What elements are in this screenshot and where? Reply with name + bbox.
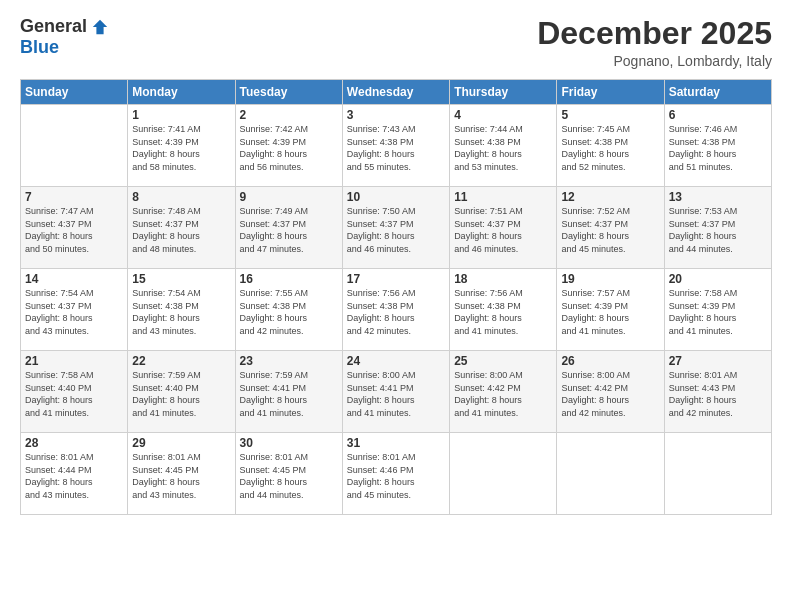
day-info: Sunrise: 7:51 AM Sunset: 4:37 PM Dayligh… bbox=[454, 205, 552, 255]
col-monday: Monday bbox=[128, 80, 235, 105]
col-friday: Friday bbox=[557, 80, 664, 105]
day-number: 4 bbox=[454, 108, 552, 122]
calendar-cell: 25Sunrise: 8:00 AM Sunset: 4:42 PM Dayli… bbox=[450, 351, 557, 433]
logo-general-text: General bbox=[20, 16, 87, 37]
day-number: 22 bbox=[132, 354, 230, 368]
calendar-cell: 15Sunrise: 7:54 AM Sunset: 4:38 PM Dayli… bbox=[128, 269, 235, 351]
calendar-cell: 16Sunrise: 7:55 AM Sunset: 4:38 PM Dayli… bbox=[235, 269, 342, 351]
calendar-cell: 3Sunrise: 7:43 AM Sunset: 4:38 PM Daylig… bbox=[342, 105, 449, 187]
day-number: 3 bbox=[347, 108, 445, 122]
logo-icon bbox=[91, 18, 109, 36]
col-sunday: Sunday bbox=[21, 80, 128, 105]
col-tuesday: Tuesday bbox=[235, 80, 342, 105]
day-info: Sunrise: 8:00 AM Sunset: 4:42 PM Dayligh… bbox=[561, 369, 659, 419]
calendar-cell: 11Sunrise: 7:51 AM Sunset: 4:37 PM Dayli… bbox=[450, 187, 557, 269]
calendar-cell: 29Sunrise: 8:01 AM Sunset: 4:45 PM Dayli… bbox=[128, 433, 235, 515]
day-info: Sunrise: 8:01 AM Sunset: 4:45 PM Dayligh… bbox=[240, 451, 338, 501]
day-number: 15 bbox=[132, 272, 230, 286]
day-info: Sunrise: 7:47 AM Sunset: 4:37 PM Dayligh… bbox=[25, 205, 123, 255]
day-info: Sunrise: 8:00 AM Sunset: 4:41 PM Dayligh… bbox=[347, 369, 445, 419]
location-subtitle: Pognano, Lombardy, Italy bbox=[537, 53, 772, 69]
calendar-cell: 5Sunrise: 7:45 AM Sunset: 4:38 PM Daylig… bbox=[557, 105, 664, 187]
calendar-cell: 12Sunrise: 7:52 AM Sunset: 4:37 PM Dayli… bbox=[557, 187, 664, 269]
day-number: 8 bbox=[132, 190, 230, 204]
week-row-2: 7Sunrise: 7:47 AM Sunset: 4:37 PM Daylig… bbox=[21, 187, 772, 269]
day-info: Sunrise: 7:56 AM Sunset: 4:38 PM Dayligh… bbox=[347, 287, 445, 337]
day-info: Sunrise: 7:46 AM Sunset: 4:38 PM Dayligh… bbox=[669, 123, 767, 173]
day-info: Sunrise: 7:55 AM Sunset: 4:38 PM Dayligh… bbox=[240, 287, 338, 337]
day-number: 28 bbox=[25, 436, 123, 450]
week-row-4: 21Sunrise: 7:58 AM Sunset: 4:40 PM Dayli… bbox=[21, 351, 772, 433]
day-number: 27 bbox=[669, 354, 767, 368]
logo: General Blue bbox=[20, 16, 109, 58]
day-number: 13 bbox=[669, 190, 767, 204]
calendar-cell: 30Sunrise: 8:01 AM Sunset: 4:45 PM Dayli… bbox=[235, 433, 342, 515]
calendar-table: Sunday Monday Tuesday Wednesday Thursday… bbox=[20, 79, 772, 515]
day-number: 26 bbox=[561, 354, 659, 368]
day-info: Sunrise: 7:53 AM Sunset: 4:37 PM Dayligh… bbox=[669, 205, 767, 255]
calendar-cell: 24Sunrise: 8:00 AM Sunset: 4:41 PM Dayli… bbox=[342, 351, 449, 433]
day-number: 24 bbox=[347, 354, 445, 368]
calendar-cell: 6Sunrise: 7:46 AM Sunset: 4:38 PM Daylig… bbox=[664, 105, 771, 187]
day-number: 19 bbox=[561, 272, 659, 286]
calendar-cell: 19Sunrise: 7:57 AM Sunset: 4:39 PM Dayli… bbox=[557, 269, 664, 351]
logo-blue-text: Blue bbox=[20, 37, 59, 58]
calendar-cell: 1Sunrise: 7:41 AM Sunset: 4:39 PM Daylig… bbox=[128, 105, 235, 187]
day-info: Sunrise: 7:54 AM Sunset: 4:37 PM Dayligh… bbox=[25, 287, 123, 337]
day-number: 16 bbox=[240, 272, 338, 286]
day-info: Sunrise: 7:45 AM Sunset: 4:38 PM Dayligh… bbox=[561, 123, 659, 173]
day-info: Sunrise: 7:54 AM Sunset: 4:38 PM Dayligh… bbox=[132, 287, 230, 337]
col-thursday: Thursday bbox=[450, 80, 557, 105]
calendar-cell bbox=[664, 433, 771, 515]
day-number: 2 bbox=[240, 108, 338, 122]
calendar-cell: 8Sunrise: 7:48 AM Sunset: 4:37 PM Daylig… bbox=[128, 187, 235, 269]
calendar-cell: 18Sunrise: 7:56 AM Sunset: 4:38 PM Dayli… bbox=[450, 269, 557, 351]
calendar-cell: 22Sunrise: 7:59 AM Sunset: 4:40 PM Dayli… bbox=[128, 351, 235, 433]
calendar-cell: 14Sunrise: 7:54 AM Sunset: 4:37 PM Dayli… bbox=[21, 269, 128, 351]
calendar-cell: 21Sunrise: 7:58 AM Sunset: 4:40 PM Dayli… bbox=[21, 351, 128, 433]
day-info: Sunrise: 7:43 AM Sunset: 4:38 PM Dayligh… bbox=[347, 123, 445, 173]
day-number: 23 bbox=[240, 354, 338, 368]
calendar-cell: 10Sunrise: 7:50 AM Sunset: 4:37 PM Dayli… bbox=[342, 187, 449, 269]
title-block: December 2025 Pognano, Lombardy, Italy bbox=[537, 16, 772, 69]
day-info: Sunrise: 7:58 AM Sunset: 4:39 PM Dayligh… bbox=[669, 287, 767, 337]
calendar-cell bbox=[557, 433, 664, 515]
calendar-cell bbox=[21, 105, 128, 187]
day-number: 31 bbox=[347, 436, 445, 450]
week-row-3: 14Sunrise: 7:54 AM Sunset: 4:37 PM Dayli… bbox=[21, 269, 772, 351]
calendar-cell: 9Sunrise: 7:49 AM Sunset: 4:37 PM Daylig… bbox=[235, 187, 342, 269]
day-number: 20 bbox=[669, 272, 767, 286]
day-info: Sunrise: 8:01 AM Sunset: 4:45 PM Dayligh… bbox=[132, 451, 230, 501]
day-info: Sunrise: 7:49 AM Sunset: 4:37 PM Dayligh… bbox=[240, 205, 338, 255]
calendar-cell: 26Sunrise: 8:00 AM Sunset: 4:42 PM Dayli… bbox=[557, 351, 664, 433]
calendar-cell: 2Sunrise: 7:42 AM Sunset: 4:39 PM Daylig… bbox=[235, 105, 342, 187]
day-info: Sunrise: 8:01 AM Sunset: 4:46 PM Dayligh… bbox=[347, 451, 445, 501]
month-title: December 2025 bbox=[537, 16, 772, 51]
day-number: 29 bbox=[132, 436, 230, 450]
day-info: Sunrise: 7:50 AM Sunset: 4:37 PM Dayligh… bbox=[347, 205, 445, 255]
week-row-1: 1Sunrise: 7:41 AM Sunset: 4:39 PM Daylig… bbox=[21, 105, 772, 187]
day-info: Sunrise: 7:42 AM Sunset: 4:39 PM Dayligh… bbox=[240, 123, 338, 173]
day-info: Sunrise: 7:59 AM Sunset: 4:41 PM Dayligh… bbox=[240, 369, 338, 419]
calendar-cell: 23Sunrise: 7:59 AM Sunset: 4:41 PM Dayli… bbox=[235, 351, 342, 433]
week-row-5: 28Sunrise: 8:01 AM Sunset: 4:44 PM Dayli… bbox=[21, 433, 772, 515]
day-number: 25 bbox=[454, 354, 552, 368]
day-number: 14 bbox=[25, 272, 123, 286]
day-number: 7 bbox=[25, 190, 123, 204]
day-number: 9 bbox=[240, 190, 338, 204]
calendar-header-row: Sunday Monday Tuesday Wednesday Thursday… bbox=[21, 80, 772, 105]
day-info: Sunrise: 7:52 AM Sunset: 4:37 PM Dayligh… bbox=[561, 205, 659, 255]
calendar-cell: 17Sunrise: 7:56 AM Sunset: 4:38 PM Dayli… bbox=[342, 269, 449, 351]
day-info: Sunrise: 7:56 AM Sunset: 4:38 PM Dayligh… bbox=[454, 287, 552, 337]
day-number: 5 bbox=[561, 108, 659, 122]
calendar-cell: 4Sunrise: 7:44 AM Sunset: 4:38 PM Daylig… bbox=[450, 105, 557, 187]
day-info: Sunrise: 8:01 AM Sunset: 4:43 PM Dayligh… bbox=[669, 369, 767, 419]
day-info: Sunrise: 7:44 AM Sunset: 4:38 PM Dayligh… bbox=[454, 123, 552, 173]
calendar-cell: 31Sunrise: 8:01 AM Sunset: 4:46 PM Dayli… bbox=[342, 433, 449, 515]
day-info: Sunrise: 7:59 AM Sunset: 4:40 PM Dayligh… bbox=[132, 369, 230, 419]
day-info: Sunrise: 7:57 AM Sunset: 4:39 PM Dayligh… bbox=[561, 287, 659, 337]
day-number: 17 bbox=[347, 272, 445, 286]
calendar-cell: 20Sunrise: 7:58 AM Sunset: 4:39 PM Dayli… bbox=[664, 269, 771, 351]
calendar-cell: 13Sunrise: 7:53 AM Sunset: 4:37 PM Dayli… bbox=[664, 187, 771, 269]
calendar-cell: 28Sunrise: 8:01 AM Sunset: 4:44 PM Dayli… bbox=[21, 433, 128, 515]
